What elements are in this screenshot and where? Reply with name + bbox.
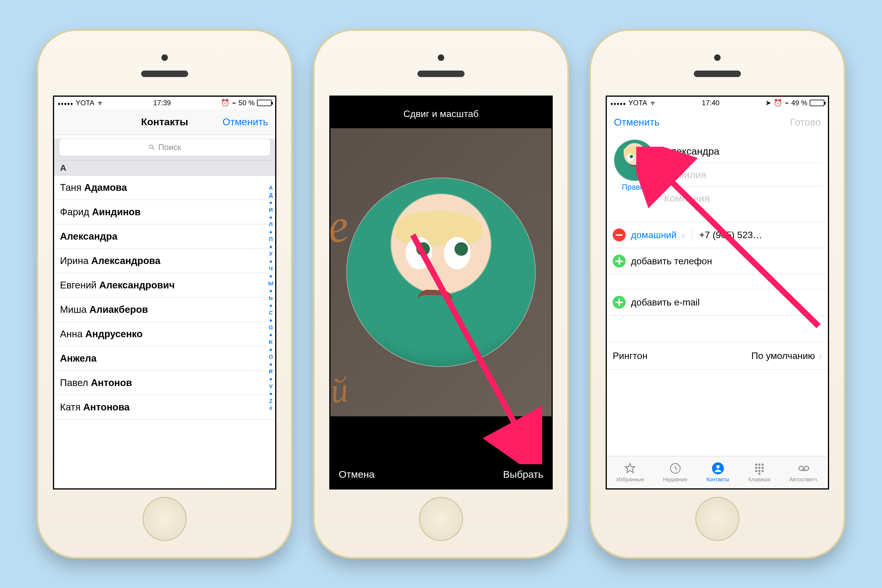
clock-icon [669,462,682,475]
crop-circle [347,178,535,366]
avatar-eye [444,237,470,269]
svg-point-0 [149,145,153,148]
svg-point-14 [762,470,764,472]
carrier-label: YOTA [75,99,94,107]
add-phone-row[interactable]: добавить телефон [607,248,828,274]
ringtone-row[interactable]: Рингтон По умолчанию › [607,342,828,370]
contact-row[interactable]: Катя Антонова [54,395,275,420]
tab-favorites[interactable]: Избранные [616,462,644,483]
person-icon [711,462,724,475]
location-icon: ➤ [765,99,771,107]
battery-icon [810,100,824,106]
ringtone-label: Рингтон [613,351,647,362]
choose-button[interactable]: Выбрать [503,469,543,480]
home-button[interactable] [142,497,187,541]
contact-row[interactable]: Александра [54,224,275,249]
contact-row[interactable]: Павел Антонов [54,371,275,395]
svg-point-16 [799,466,804,471]
bluetooth-icon: ⌁ [784,99,789,107]
clock-label: 17:39 [153,99,171,107]
svg-line-1 [153,148,154,150]
status-bar: YOTA 17:39 ⏰ ⌁ 50 % [54,97,275,109]
contact-row[interactable]: Таня Адамова [54,176,275,200]
tab-keypad[interactable]: Клавиши [748,462,770,483]
avatar-hair [394,210,482,246]
front-camera [438,54,444,61]
done-button[interactable]: Готово [790,116,821,128]
svg-point-10 [758,467,760,469]
contact-row[interactable]: Миша Алиакберов [54,297,275,322]
front-camera [161,54,168,61]
tab-voicemail[interactable]: Автоответч. [789,462,818,483]
phone-type-button[interactable]: домашний [631,230,676,240]
contact-header: Правка Александра Фамилия Компания [607,135,828,210]
add-phone-label: добавить телефон [631,256,712,267]
search-placeholder: Поиск [158,142,181,152]
company-field[interactable]: Компания [664,187,822,210]
svg-point-17 [804,466,809,471]
svg-point-13 [758,470,760,472]
cancel-button[interactable]: Отменить [614,116,660,128]
contact-row[interactable]: Ирина Александрова [54,249,275,273]
crop-canvas[interactable]: e й [330,128,552,416]
phone-contacts-list: YOTA 17:39 ⏰ ⌁ 50 % Контакты Отменить По… [38,31,291,557]
contact-row[interactable]: Анжела [54,346,275,371]
contact-row[interactable]: Анна Андрусенко [54,322,275,346]
chevron-right-icon: › [819,351,822,361]
svg-point-6 [755,464,757,466]
star-icon [624,462,636,475]
avatar-eye [406,237,432,269]
status-bar: YOTA 17:40 ➤ ⏰ ⌁ 49 % [607,97,828,109]
tab-bar: Избранные Недавние Контакты Клавиши Авто… [607,456,828,488]
wifi-icon [650,100,656,106]
cancel-button[interactable]: Отмена [339,469,375,480]
avatar[interactable] [614,140,656,181]
edit-photo-button[interactable]: Правка [622,183,648,192]
svg-point-15 [758,473,760,475]
svg-point-11 [762,467,764,469]
contact-row[interactable]: Фарид Аиндинов [54,200,275,224]
bluetooth-icon: ⌁ [232,99,236,107]
battery-icon [257,100,272,106]
phone-value[interactable]: +7 (905) 523… [699,230,822,240]
speaker [141,70,188,77]
add-email-label: добавить e-mail [631,297,700,308]
screen-edit-contact: YOTA 17:40 ➤ ⏰ ⌁ 49 % Отменить Готово Пр… [606,96,829,489]
navbar: Контакты Отменить [54,109,275,135]
background-letter: й [329,369,350,411]
phone-row[interactable]: домашний › +7 (905) 523… [607,222,828,248]
add-icon[interactable] [613,296,626,309]
phone-crop-photo: Сдвиг и масштаб e й Отмена Выбрать [315,31,567,557]
firstname-field[interactable]: Александра [664,140,822,163]
front-camera [714,54,721,61]
tab-contacts[interactable]: Контакты [706,462,729,483]
tab-recents[interactable]: Недавние [663,462,687,483]
search-input[interactable]: Поиск [59,138,270,156]
alpha-index[interactable]: АД●И●Л●П●У●Ч●Ы●Ь●C●G●K●O●R●V●Z# [268,185,273,412]
home-button[interactable] [419,497,463,541]
home-button[interactable] [695,497,740,541]
alarm-icon: ⏰ [221,99,230,107]
background-letter: e [329,198,352,254]
contacts-list[interactable]: Таня Адамова Фарид Аиндинов Александра И… [54,176,275,420]
contact-row[interactable]: Евгений Александрович [54,273,275,297]
screen-crop: Сдвиг и масштаб e й Отмена Выбрать [329,96,553,489]
add-icon[interactable] [613,255,626,267]
svg-point-5 [716,465,720,469]
speaker [417,70,465,77]
crop-actions: Отмена Выбрать [330,460,552,488]
speaker [694,70,741,77]
svg-point-8 [762,464,764,466]
screen-contacts: YOTA 17:39 ⏰ ⌁ 50 % Контакты Отменить По… [53,96,276,489]
battery-percent: 49 % [791,99,807,107]
crop-title: Сдвиг и масштаб [330,97,552,128]
add-email-row[interactable]: добавить e-mail [607,289,828,315]
svg-point-7 [758,464,760,466]
navbar: Отменить Готово [607,109,828,135]
avatar-mouth [417,289,453,301]
cancel-button[interactable]: Отменить [222,116,268,128]
lastname-field[interactable]: Фамилия [664,163,822,187]
wifi-icon [97,100,103,106]
remove-icon[interactable] [613,228,626,242]
page-title: Контакты [141,116,188,128]
